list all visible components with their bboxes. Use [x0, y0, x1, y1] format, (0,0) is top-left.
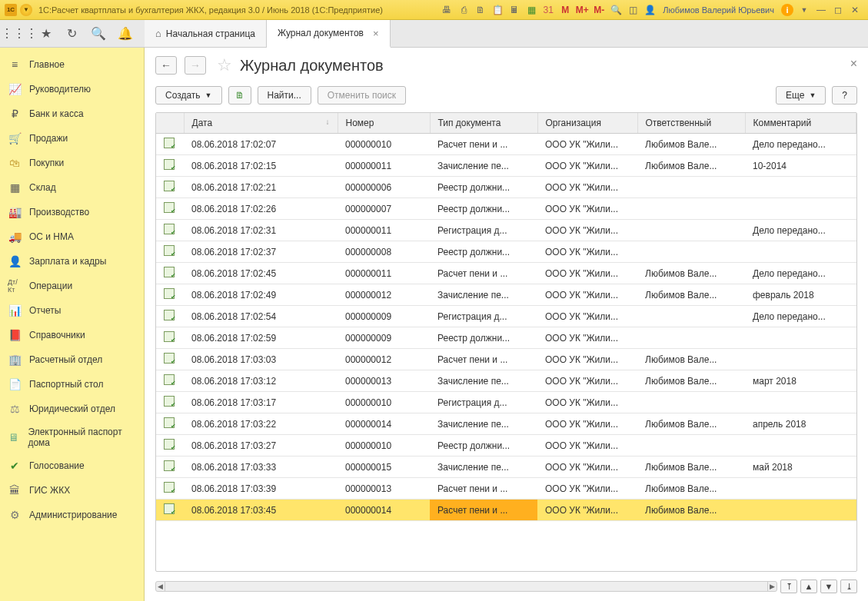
scroll-down-button[interactable]: ▼	[820, 579, 837, 593]
nav-back-button[interactable]: ←	[155, 56, 177, 75]
sidebar-item-5[interactable]: ▦Склад	[0, 175, 144, 200]
calculator-icon[interactable]: 🖩	[507, 2, 522, 18]
table-row[interactable]: 08.06.2018 17:03:33000000015Зачисление п…	[156, 457, 856, 478]
goto-top-button[interactable]: ⤒	[780, 579, 797, 593]
nav-forward-button[interactable]: →	[185, 56, 206, 75]
print-preview-icon[interactable]: 🖶	[439, 2, 454, 18]
print-icon[interactable]: ⎙	[456, 2, 471, 18]
close-page-icon[interactable]: ×	[850, 57, 857, 71]
m-minus-icon[interactable]: M-	[591, 2, 607, 18]
table-row[interactable]: 08.06.2018 17:02:31000000011Регистрация …	[156, 220, 856, 241]
sidebar-item-9[interactable]: Дт/КтОперации	[0, 274, 144, 298]
cancel-search-button[interactable]: Отменить поиск	[318, 86, 406, 105]
sidebar-item-1[interactable]: 📈Руководителю	[0, 77, 144, 101]
favorites-icon[interactable]: ★	[38, 26, 54, 42]
col-date[interactable]: Дата↓	[184, 113, 338, 134]
sidebar-item-13[interactable]: 📄Паспортный стол	[0, 372, 144, 397]
scroll-right-icon[interactable]: ▶	[767, 582, 777, 591]
current-user[interactable]: Любимов Валерий Юрьевич	[663, 5, 774, 15]
info-icon[interactable]: i	[781, 4, 793, 16]
sidebar-item-0[interactable]: ≡Главное	[0, 52, 144, 77]
table-cell: 08.06.2018 17:03:12	[184, 370, 338, 392]
panels-icon[interactable]: ◫	[625, 2, 640, 18]
sidebar-item-8[interactable]: 👤Зарплата и кадры	[0, 249, 144, 274]
col-org[interactable]: Организация	[537, 113, 637, 134]
m-icon[interactable]: M	[557, 2, 573, 18]
table-row[interactable]: 08.06.2018 17:02:07000000010Расчет пени …	[156, 134, 856, 155]
sidebar-item-14[interactable]: ⚖Юридический отдел	[0, 397, 144, 421]
table-cell	[745, 177, 856, 198]
table-row[interactable]: 08.06.2018 17:03:27000000010Реестр должн…	[156, 435, 856, 457]
titlebar: 1С ▼ 1С:Расчет квартплаты и бухгалтерия …	[0, 0, 868, 20]
sidebar-item-3[interactable]: 🛒Продажи	[0, 126, 144, 151]
find-label: Найти...	[268, 90, 301, 101]
table-wrap[interactable]: Дата↓ Номер Тип документа Организация От…	[155, 112, 857, 572]
table-cell: 000000009	[338, 306, 430, 327]
col-comment[interactable]: Комментарий	[745, 113, 856, 134]
apps-icon[interactable]: ⋮⋮⋮	[12, 26, 27, 42]
table-row[interactable]: 08.06.2018 17:03:22000000014Зачисление п…	[156, 413, 856, 435]
table-cell	[156, 478, 184, 500]
col-icon[interactable]	[156, 113, 184, 134]
copy-doc-button[interactable]: 🗎	[228, 86, 251, 105]
sidebar-item-2[interactable]: ₽Банк и касса	[0, 101, 144, 126]
table-row[interactable]: 08.06.2018 17:02:54000000009Регистрация …	[156, 306, 856, 327]
sidebar-item-10[interactable]: 📊Отчеты	[0, 298, 144, 323]
table-row[interactable]: 08.06.2018 17:02:49000000012Зачисление п…	[156, 284, 856, 306]
sidebar-item-11[interactable]: 📕Справочники	[0, 323, 144, 347]
info-dropdown-icon[interactable]: ▼	[796, 2, 812, 18]
col-type[interactable]: Тип документа	[430, 113, 537, 134]
sidebar-item-16[interactable]: ✔Голосование	[0, 453, 144, 478]
document-row-icon	[164, 202, 175, 213]
maximize-icon[interactable]: ◻	[830, 2, 846, 18]
table-row[interactable]: 08.06.2018 17:02:59000000009Реестр должн…	[156, 327, 856, 349]
table-cell	[156, 284, 184, 306]
more-button[interactable]: Еще ▼	[776, 86, 826, 105]
table-row[interactable]: 08.06.2018 17:03:17000000010Регистрация …	[156, 392, 856, 413]
calendar-icon[interactable]: ▦	[524, 2, 539, 18]
sidebar-item-15[interactable]: 🖥Электронный паспорт дома	[0, 421, 144, 453]
col-number[interactable]: Номер	[338, 113, 430, 134]
table-row[interactable]: 08.06.2018 17:02:45000000011Расчет пени …	[156, 263, 856, 284]
search-icon[interactable]: 🔍	[91, 26, 106, 42]
tab-close-icon[interactable]: ×	[373, 28, 379, 39]
horizontal-scrollbar[interactable]: ◀ ▶	[155, 581, 777, 592]
goto-bottom-button[interactable]: ⤓	[840, 579, 857, 593]
sidebar-item-18[interactable]: ⚙Администрирование	[0, 503, 144, 527]
m-plus-icon[interactable]: M+	[574, 2, 590, 18]
create-button[interactable]: Создать ▼	[155, 86, 222, 105]
table-cell: Дело передано...	[745, 220, 856, 241]
favorite-star-icon[interactable]: ☆	[217, 55, 232, 75]
calendar31-icon[interactable]: 31	[540, 2, 556, 18]
tab-home[interactable]: ⌂ Начальная страница	[145, 20, 267, 47]
table-cell: май 2018	[745, 457, 856, 478]
sidebar-item-4[interactable]: 🛍Покупки	[0, 151, 144, 175]
sidebar-item-7[interactable]: 🚚ОС и НМА	[0, 224, 144, 249]
close-window-icon[interactable]: ✕	[847, 2, 863, 18]
table-row[interactable]: 08.06.2018 17:03:12000000013Зачисление п…	[156, 370, 856, 392]
app-menu-dropdown[interactable]: ▼	[20, 4, 32, 16]
tab-journal[interactable]: Журнал документов ×	[267, 20, 391, 48]
zoom-icon[interactable]: 🔍	[608, 2, 624, 18]
document-icon[interactable]: 🗎	[473, 2, 488, 18]
table-row[interactable]: 08.06.2018 17:03:03000000012Расчет пени …	[156, 349, 856, 370]
notifications-icon[interactable]: 🔔	[118, 26, 133, 42]
scroll-left-icon[interactable]: ◀	[156, 582, 165, 591]
table-cell: Любимов Вале...	[637, 349, 745, 370]
find-button[interactable]: Найти...	[258, 86, 311, 105]
sidebar-item-17[interactable]: 🏛ГИС ЖКХ	[0, 478, 144, 503]
sidebar-item-12[interactable]: 🏢Расчетный отдел	[0, 347, 144, 372]
scroll-up-button[interactable]: ▲	[800, 579, 817, 593]
history-icon[interactable]: ↻	[65, 26, 80, 42]
minimize-icon[interactable]: —	[813, 2, 829, 18]
help-button[interactable]: ?	[832, 86, 857, 105]
sidebar-item-6[interactable]: 🏭Производство	[0, 200, 144, 224]
table-row[interactable]: 08.06.2018 17:03:39000000013Расчет пени …	[156, 478, 856, 500]
table-row[interactable]: 08.06.2018 17:02:15000000011Зачисление п…	[156, 155, 856, 177]
col-responsible[interactable]: Ответственный	[637, 113, 745, 134]
table-row[interactable]: 08.06.2018 17:03:45000000014Расчет пени …	[156, 500, 856, 521]
table-row[interactable]: 08.06.2018 17:02:37000000008Реестр должн…	[156, 241, 856, 263]
table-row[interactable]: 08.06.2018 17:02:26000000007Реестр должн…	[156, 198, 856, 220]
table-row[interactable]: 08.06.2018 17:02:21000000006Реестр должн…	[156, 177, 856, 198]
clipboard-icon[interactable]: 📋	[490, 2, 505, 18]
